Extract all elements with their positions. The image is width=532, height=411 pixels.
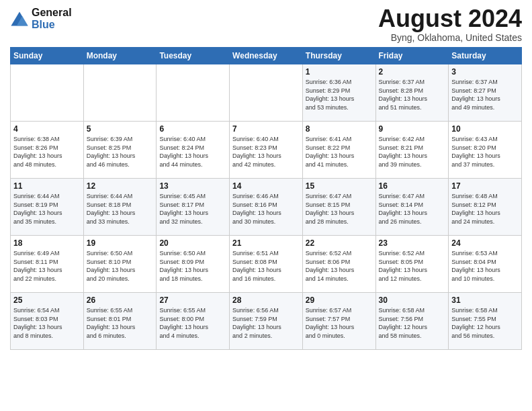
calendar-cell: 20Sunrise: 6:50 AM Sunset: 8:09 PM Dayli… — [157, 236, 230, 293]
day-number: 7 — [232, 124, 300, 134]
calendar-cell: 30Sunrise: 6:58 AM Sunset: 7:56 PM Dayli… — [375, 293, 449, 350]
day-info: Sunrise: 6:38 AM Sunset: 8:26 PM Dayligh… — [13, 135, 81, 169]
day-number: 21 — [232, 238, 300, 248]
calendar-cell: 25Sunrise: 6:54 AM Sunset: 8:03 PM Dayli… — [11, 293, 84, 350]
day-number: 16 — [379, 181, 446, 191]
calendar-header: SundayMondayTuesdayWednesdayThursdayFrid… — [11, 48, 522, 64]
day-info: Sunrise: 6:49 AM Sunset: 8:11 PM Dayligh… — [13, 249, 81, 283]
calendar-cell: 12Sunrise: 6:44 AM Sunset: 8:18 PM Dayli… — [83, 179, 157, 236]
day-info: Sunrise: 6:50 AM Sunset: 8:09 PM Dayligh… — [159, 249, 226, 283]
day-info: Sunrise: 6:58 AM Sunset: 7:55 PM Dayligh… — [451, 306, 519, 340]
logo-icon — [10, 9, 29, 28]
day-info: Sunrise: 6:45 AM Sunset: 8:17 PM Dayligh… — [159, 192, 226, 226]
logo-line1: General — [32, 7, 72, 19]
calendar-cell: 17Sunrise: 6:48 AM Sunset: 8:12 PM Dayli… — [449, 179, 522, 236]
calendar-cell: 31Sunrise: 6:58 AM Sunset: 7:55 PM Dayli… — [449, 293, 522, 350]
calendar-cell: 19Sunrise: 6:50 AM Sunset: 8:10 PM Dayli… — [83, 236, 157, 293]
calendar-cell: 16Sunrise: 6:47 AM Sunset: 8:14 PM Dayli… — [375, 179, 449, 236]
day-number: 19 — [87, 238, 154, 248]
day-number: 5 — [87, 124, 154, 134]
week-row-3: 11Sunrise: 6:44 AM Sunset: 8:19 PM Dayli… — [11, 179, 522, 236]
day-number: 2 — [379, 67, 446, 77]
calendar-cell: 6Sunrise: 6:40 AM Sunset: 8:24 PM Daylig… — [157, 122, 230, 179]
day-info: Sunrise: 6:36 AM Sunset: 8:29 PM Dayligh… — [306, 78, 373, 111]
calendar-cell: 5Sunrise: 6:39 AM Sunset: 8:25 PM Daylig… — [83, 122, 157, 179]
day-number: 3 — [451, 67, 519, 77]
location: Byng, Oklahoma, United States — [378, 32, 522, 43]
calendar-cell: 29Sunrise: 6:57 AM Sunset: 7:57 PM Dayli… — [302, 293, 375, 350]
day-info: Sunrise: 6:54 AM Sunset: 8:03 PM Dayligh… — [13, 306, 81, 340]
header-day-saturday: Saturday — [449, 48, 522, 64]
day-number: 14 — [232, 181, 300, 191]
week-row-4: 18Sunrise: 6:49 AM Sunset: 8:11 PM Dayli… — [11, 236, 522, 293]
day-number: 26 — [87, 295, 154, 305]
day-info: Sunrise: 6:53 AM Sunset: 8:04 PM Dayligh… — [451, 249, 519, 283]
day-number: 1 — [306, 67, 373, 77]
day-info: Sunrise: 6:44 AM Sunset: 8:19 PM Dayligh… — [13, 192, 81, 226]
day-number: 24 — [451, 238, 519, 248]
calendar-cell — [230, 64, 303, 122]
logo-line2: Blue — [32, 19, 72, 31]
calendar-cell: 27Sunrise: 6:55 AM Sunset: 8:00 PM Dayli… — [157, 293, 230, 350]
calendar-cell — [157, 64, 230, 122]
day-info: Sunrise: 6:44 AM Sunset: 8:18 PM Dayligh… — [87, 192, 154, 226]
calendar-cell: 14Sunrise: 6:46 AM Sunset: 8:16 PM Dayli… — [230, 179, 303, 236]
calendar-cell: 1Sunrise: 6:36 AM Sunset: 8:29 PM Daylig… — [302, 64, 375, 122]
header: General Blue August 2024 Byng, Oklahoma,… — [10, 7, 522, 43]
calendar-cell — [83, 64, 157, 122]
calendar-body: 1Sunrise: 6:36 AM Sunset: 8:29 PM Daylig… — [11, 64, 522, 350]
day-number: 20 — [159, 238, 226, 248]
day-number: 6 — [159, 124, 226, 134]
calendar-cell: 3Sunrise: 6:37 AM Sunset: 8:27 PM Daylig… — [449, 64, 522, 122]
day-info: Sunrise: 6:55 AM Sunset: 8:00 PM Dayligh… — [159, 306, 226, 340]
calendar-cell: 11Sunrise: 6:44 AM Sunset: 8:19 PM Dayli… — [11, 179, 84, 236]
day-info: Sunrise: 6:50 AM Sunset: 8:10 PM Dayligh… — [87, 249, 154, 283]
day-number: 30 — [379, 295, 446, 305]
day-info: Sunrise: 6:48 AM Sunset: 8:12 PM Dayligh… — [451, 192, 519, 226]
calendar-cell — [11, 64, 84, 122]
day-number: 11 — [13, 181, 81, 191]
header-day-sunday: Sunday — [11, 48, 84, 64]
day-number: 22 — [306, 238, 373, 248]
header-row: SundayMondayTuesdayWednesdayThursdayFrid… — [11, 48, 522, 64]
day-number: 9 — [379, 124, 446, 134]
day-info: Sunrise: 6:57 AM Sunset: 7:57 PM Dayligh… — [306, 306, 373, 340]
day-number: 8 — [306, 124, 373, 134]
day-info: Sunrise: 6:51 AM Sunset: 8:08 PM Dayligh… — [232, 249, 300, 283]
day-number: 28 — [232, 295, 300, 305]
week-row-5: 25Sunrise: 6:54 AM Sunset: 8:03 PM Dayli… — [11, 293, 522, 350]
calendar-cell: 9Sunrise: 6:42 AM Sunset: 8:21 PM Daylig… — [375, 122, 449, 179]
day-info: Sunrise: 6:47 AM Sunset: 8:14 PM Dayligh… — [379, 192, 446, 226]
header-day-tuesday: Tuesday — [157, 48, 230, 64]
day-info: Sunrise: 6:43 AM Sunset: 8:20 PM Dayligh… — [451, 135, 519, 169]
logo: General Blue — [10, 7, 72, 30]
day-info: Sunrise: 6:55 AM Sunset: 8:01 PM Dayligh… — [87, 306, 154, 340]
day-number: 18 — [13, 238, 81, 248]
calendar-cell: 26Sunrise: 6:55 AM Sunset: 8:01 PM Dayli… — [83, 293, 157, 350]
day-number: 4 — [13, 124, 81, 134]
calendar-cell: 7Sunrise: 6:40 AM Sunset: 8:23 PM Daylig… — [230, 122, 303, 179]
day-info: Sunrise: 6:39 AM Sunset: 8:25 PM Dayligh… — [87, 135, 154, 169]
day-info: Sunrise: 6:52 AM Sunset: 8:06 PM Dayligh… — [306, 249, 373, 283]
calendar-cell: 2Sunrise: 6:37 AM Sunset: 8:28 PM Daylig… — [375, 64, 449, 122]
calendar-cell: 21Sunrise: 6:51 AM Sunset: 8:08 PM Dayli… — [230, 236, 303, 293]
day-number: 27 — [159, 295, 226, 305]
week-row-1: 1Sunrise: 6:36 AM Sunset: 8:29 PM Daylig… — [11, 64, 522, 122]
header-day-thursday: Thursday — [302, 48, 375, 64]
calendar-cell: 18Sunrise: 6:49 AM Sunset: 8:11 PM Dayli… — [11, 236, 84, 293]
day-info: Sunrise: 6:40 AM Sunset: 8:23 PM Dayligh… — [232, 135, 300, 169]
day-number: 31 — [451, 295, 519, 305]
day-info: Sunrise: 6:47 AM Sunset: 8:15 PM Dayligh… — [306, 192, 373, 226]
day-number: 17 — [451, 181, 519, 191]
calendar-page: General Blue August 2024 Byng, Oklahoma,… — [0, 0, 532, 357]
calendar-cell: 24Sunrise: 6:53 AM Sunset: 8:04 PM Dayli… — [449, 236, 522, 293]
day-number: 15 — [306, 181, 373, 191]
day-number: 13 — [159, 181, 226, 191]
day-number: 29 — [306, 295, 373, 305]
calendar-cell: 13Sunrise: 6:45 AM Sunset: 8:17 PM Dayli… — [157, 179, 230, 236]
calendar-cell: 15Sunrise: 6:47 AM Sunset: 8:15 PM Dayli… — [302, 179, 375, 236]
header-day-friday: Friday — [375, 48, 449, 64]
day-info: Sunrise: 6:56 AM Sunset: 7:59 PM Dayligh… — [232, 306, 300, 340]
day-info: Sunrise: 6:41 AM Sunset: 8:22 PM Dayligh… — [306, 135, 373, 169]
day-number: 25 — [13, 295, 81, 305]
